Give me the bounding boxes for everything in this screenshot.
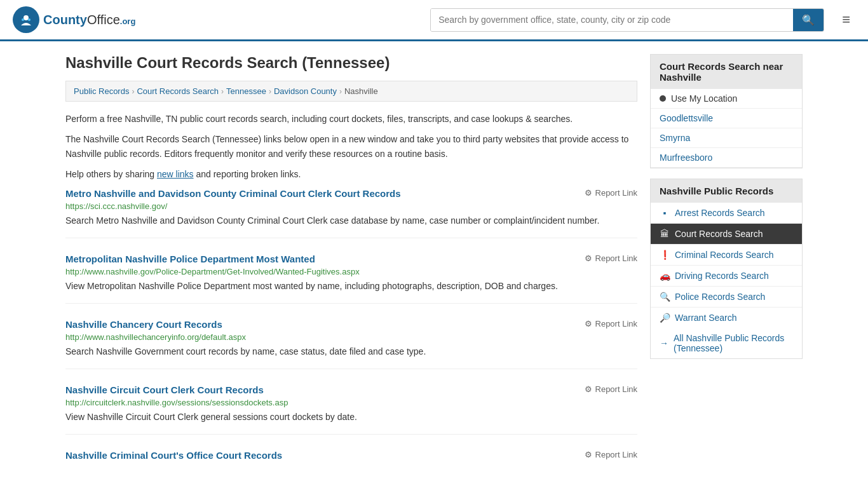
public-records-section: Nashville Public Records ▪ Arrest Record…	[650, 179, 803, 359]
svg-point-2	[22, 18, 24, 21]
nearby-title: Court Records Search near Nashville	[651, 55, 802, 89]
report-icon: ⚙	[585, 319, 592, 329]
record-title[interactable]: Nashville Criminal Court's Office Court …	[65, 450, 282, 461]
sidebar-item-icon: 🔎	[660, 313, 670, 323]
report-label: Report Link	[595, 450, 637, 459]
page-container: Nashville Court Records Search (Tennesse…	[53, 41, 815, 488]
sidebar-public-records-item[interactable]: ▪ Arrest Records Search	[651, 203, 802, 224]
record-entry: Metro Nashville and Davidson County Crim…	[65, 188, 637, 238]
report-link[interactable]: ⚙ Report Link	[585, 450, 637, 459]
sidebar: Court Records Search near Nashville Use …	[650, 54, 803, 488]
intro-text-1: Perform a free Nashville, TN public cour…	[65, 112, 637, 126]
sidebar-item-label: Warrant Search	[675, 313, 737, 323]
intro-text-2: The Nashville Court Records Search (Tenn…	[65, 132, 637, 161]
nearby-item[interactable]: Murfreesboro	[651, 148, 802, 168]
report-label: Report Link	[595, 188, 637, 198]
main-content: Nashville Court Records Search (Tennesse…	[65, 54, 637, 488]
record-entry: Nashville Circuit Court Clerk Court Reco…	[65, 384, 637, 435]
breadcrumb: Public Records › Court Records Search › …	[65, 81, 637, 102]
record-title[interactable]: Nashville Chancery Court Records	[65, 319, 222, 330]
arrow-icon: →	[660, 338, 668, 348]
breadcrumb-public-records[interactable]: Public Records	[74, 86, 129, 96]
record-desc: Search Metro Nashville and Davidson Coun…	[65, 214, 637, 227]
breadcrumb-davidson-county[interactable]: Davidson County	[274, 86, 337, 96]
sidebar-public-records-item[interactable]: 🔎 Warrant Search	[651, 308, 802, 328]
nearby-label: Goodlettsville	[660, 113, 713, 123]
sidebar-item-icon: ❗	[660, 250, 670, 260]
nearby-label: Murfreesboro	[660, 152, 712, 163]
intro-text-3: Help others by sharing new links and rep…	[65, 167, 637, 181]
sidebar-item-icon: ▪	[660, 208, 670, 218]
site-logo[interactable]: CountyOffice.org	[13, 6, 135, 33]
site-header: CountyOffice.org 🔍 ≡	[0, 0, 868, 41]
sidebar-public-records-item[interactable]: 🚗 Driving Records Search	[651, 266, 802, 287]
svg-point-3	[28, 18, 31, 21]
all-records-link[interactable]: → All Nashville Public Records (Tennesse…	[651, 328, 802, 358]
logo-text: CountyOffice.org	[43, 13, 135, 27]
record-url[interactable]: https://sci.ccc.nashville.gov/	[65, 201, 637, 211]
public-records-items: ▪ Arrest Records Search 🏛 Court Records …	[651, 203, 802, 328]
report-label: Report Link	[595, 384, 637, 394]
nearby-item[interactable]: Smyrna	[651, 128, 802, 148]
record-url[interactable]: http://circuitclerk.nashville.gov/sessio…	[65, 398, 637, 407]
report-link[interactable]: ⚙ Report Link	[585, 319, 637, 329]
breadcrumb-nashville: Nashville	[344, 86, 378, 96]
record-title[interactable]: Nashville Circuit Court Clerk Court Reco…	[65, 384, 264, 395]
sidebar-item-icon: 🏛	[660, 229, 670, 239]
breadcrumb-court-records[interactable]: Court Records Search	[137, 86, 219, 96]
sidebar-public-records-item[interactable]: 🏛 Court Records Search	[651, 224, 802, 245]
svg-point-1	[24, 15, 29, 20]
sidebar-public-records-item[interactable]: ❗ Criminal Records Search	[651, 245, 802, 266]
nearby-item[interactable]: Use My Location	[651, 89, 802, 109]
report-label: Report Link	[595, 319, 637, 329]
report-link[interactable]: ⚙ Report Link	[585, 188, 637, 198]
sidebar-item-label: Arrest Records Search	[675, 208, 765, 218]
nearby-label: Smyrna	[660, 133, 690, 143]
sidebar-public-records-item[interactable]: 🔍 Police Records Search	[651, 287, 802, 308]
record-entry: Nashville Criminal Court's Office Court …	[65, 450, 637, 473]
report-icon: ⚙	[585, 450, 592, 459]
record-header: Metropolitan Nashville Police Department…	[65, 254, 637, 264]
public-records-title: Nashville Public Records	[651, 179, 802, 203]
record-entry: Metropolitan Nashville Police Department…	[65, 254, 637, 304]
sidebar-item-label: Police Records Search	[675, 292, 765, 302]
nearby-label: Use My Location	[671, 93, 737, 104]
report-link[interactable]: ⚙ Report Link	[585, 384, 637, 394]
sidebar-item-icon: 🚗	[660, 271, 670, 281]
record-title[interactable]: Metropolitan Nashville Police Department…	[65, 254, 315, 264]
report-label: Report Link	[595, 254, 637, 263]
nearby-item[interactable]: Goodlettsville	[651, 109, 802, 128]
record-desc: View Nashville Circuit Court Clerk gener…	[65, 410, 637, 424]
location-dot-icon	[660, 95, 666, 102]
sidebar-item-label: Driving Records Search	[675, 271, 769, 281]
nearby-section: Court Records Search near Nashville Use …	[650, 54, 803, 168]
report-icon: ⚙	[585, 384, 592, 394]
sidebar-item-icon: 🔍	[660, 292, 670, 302]
all-records-label: All Nashville Public Records (Tennessee)	[674, 333, 793, 353]
menu-button[interactable]: ≡	[837, 9, 855, 30]
record-desc: Search Nashville Government court record…	[65, 345, 637, 358]
report-icon: ⚙	[585, 254, 592, 263]
record-url[interactable]: http://www.nashvillechanceryinfo.org/def…	[65, 332, 637, 342]
search-button[interactable]: 🔍	[793, 9, 824, 31]
record-title[interactable]: Metro Nashville and Davidson County Crim…	[65, 188, 401, 199]
records-list: Metro Nashville and Davidson County Crim…	[65, 188, 637, 473]
record-desc: View Metropolitan Nashville Police Depar…	[65, 280, 637, 293]
sidebar-item-label: Court Records Search	[675, 229, 763, 239]
search-bar: 🔍	[430, 8, 824, 32]
search-input[interactable]	[431, 9, 793, 31]
page-title: Nashville Court Records Search (Tennesse…	[65, 54, 637, 72]
record-header: Nashville Chancery Court Records ⚙ Repor…	[65, 319, 637, 330]
record-url[interactable]: http://www.nashville.gov/Police-Departme…	[65, 267, 637, 276]
record-header: Metro Nashville and Davidson County Crim…	[65, 188, 637, 199]
record-header: Nashville Circuit Court Clerk Court Reco…	[65, 384, 637, 395]
report-icon: ⚙	[585, 188, 592, 198]
record-header: Nashville Criminal Court's Office Court …	[65, 450, 637, 461]
new-links-link[interactable]: new links	[157, 169, 194, 179]
record-entry: Nashville Chancery Court Records ⚙ Repor…	[65, 319, 637, 369]
sidebar-item-label: Criminal Records Search	[675, 250, 774, 260]
breadcrumb-tennessee[interactable]: Tennessee	[226, 86, 266, 96]
report-link[interactable]: ⚙ Report Link	[585, 254, 637, 263]
logo-icon	[13, 6, 39, 33]
nearby-items: Use My LocationGoodlettsvilleSmyrnaMurfr…	[651, 89, 802, 168]
